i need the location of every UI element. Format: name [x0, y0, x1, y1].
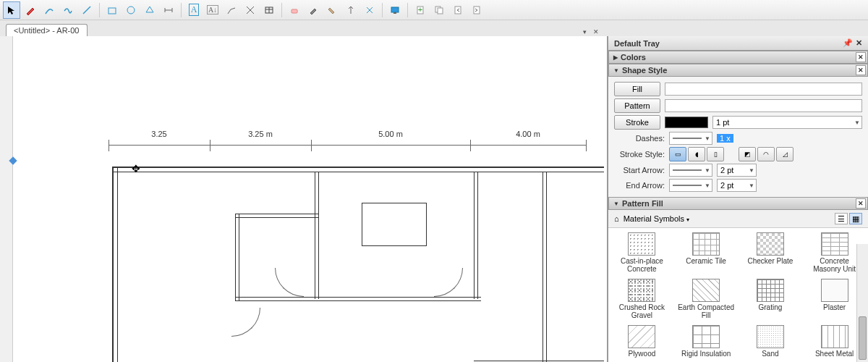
tray-titlebar: Default Tray 📌 ✕	[608, 36, 868, 51]
add-page-tool[interactable]: +	[412, 1, 429, 19]
paint-tool[interactable]	[323, 1, 341, 19]
stroke-width-combo[interactable]: 1 pt ▼	[712, 116, 862, 129]
fill-button[interactable]: Fill	[614, 82, 660, 96]
dropdown-icon: ▼	[705, 167, 710, 174]
svg-line-0	[83, 7, 90, 14]
callout-tool[interactable]	[223, 1, 240, 19]
join-style-miter[interactable]: ◩	[739, 147, 756, 161]
colors-panel-header[interactable]: ▶ Colors ✕	[608, 51, 868, 64]
toolbar-separator	[382, 3, 383, 17]
svg-rect-14	[391, 7, 399, 12]
wall	[474, 172, 478, 299]
start-arrow-combo[interactable]: ▼	[669, 164, 712, 177]
arc-tool[interactable]	[41, 1, 58, 19]
split-tool[interactable]	[342, 1, 359, 19]
polygon-tool[interactable]	[141, 1, 158, 19]
document-tabbar: <Untitled> - AR-00 ▾ ✕	[0, 20, 868, 36]
select-tool[interactable]	[3, 1, 20, 19]
start-arrow-size-combo[interactable]: 2 pt ▼	[717, 164, 757, 177]
prev-page-tool[interactable]	[449, 1, 467, 19]
screen-tool[interactable]	[386, 1, 404, 19]
panel-close-icon[interactable]: ✕	[856, 65, 866, 75]
pattern-item[interactable]: Cast-in-place Concrete	[611, 231, 673, 274]
dimension-tool[interactable]	[160, 1, 177, 19]
svg-rect-20	[455, 7, 461, 14]
dropdown-icon: ▼	[705, 182, 710, 189]
tab-dropdown-icon[interactable]: ▾	[580, 28, 589, 36]
dashes-combo[interactable]: ▼	[669, 132, 712, 145]
pattern-item[interactable]: Checker Plate	[740, 231, 801, 274]
dropdown-icon: ▾	[686, 216, 689, 223]
join-tool[interactable]	[361, 1, 378, 19]
curve-tool[interactable]	[59, 1, 77, 19]
pattern-item[interactable]: Grating	[740, 277, 801, 321]
pattern-swatch	[821, 279, 848, 302]
pattern-swatch	[628, 279, 655, 302]
dashes-value[interactable]: 1 x	[717, 134, 733, 143]
dropdown-icon: ▼	[749, 182, 754, 189]
pattern-item[interactable]: Earth Compacted Fill	[676, 277, 737, 321]
eyedropper-tool[interactable]	[305, 1, 322, 19]
svg-rect-19	[438, 8, 443, 14]
collapse-icon: ▼	[613, 201, 619, 207]
wall	[315, 172, 319, 299]
pin-icon[interactable]: 📌	[843, 38, 853, 48]
next-page-tool[interactable]	[468, 1, 485, 19]
copy-page-tool[interactable]	[430, 1, 448, 19]
stroke-style-square[interactable]: ▯	[707, 147, 724, 161]
pattern-scrollbar[interactable]	[856, 244, 868, 362]
stroke-button[interactable]: Stroke	[614, 115, 660, 130]
line-tool[interactable]	[78, 1, 95, 19]
pattern-swatch-field[interactable]	[665, 99, 862, 112]
pattern-category[interactable]: Material Symbols ▾	[624, 214, 689, 223]
dimension-value: 3.25	[151, 130, 166, 138]
dimension-line: 3.25 3.25 m 5.00 m 4.00 m	[109, 145, 586, 146]
pattern-swatch	[757, 279, 784, 302]
end-arrow-size-value: 2 pt	[720, 181, 733, 190]
collapse-icon: ▼	[613, 67, 619, 74]
wall	[235, 297, 481, 301]
panel-close-icon[interactable]: ✕	[856, 52, 866, 62]
home-icon[interactable]: ⌂	[614, 214, 619, 223]
tray-title-text: Default Tray	[614, 39, 660, 48]
stroke-style-round[interactable]: ◖	[688, 147, 705, 161]
list-view-icon[interactable]: ☰	[835, 213, 848, 224]
circle-tool[interactable]	[122, 1, 140, 19]
text-tool[interactable]: A	[185, 1, 203, 19]
end-arrow-size-combo[interactable]: 2 pt ▼	[717, 179, 757, 192]
panel-title: Pattern Fill	[622, 199, 663, 208]
table-tool[interactable]	[260, 1, 278, 19]
stroke-color-swatch[interactable]	[665, 117, 708, 128]
scrollbar-thumb[interactable]	[859, 316, 867, 360]
pattern-item[interactable]: Sand	[740, 324, 801, 362]
stroke-style-flat[interactable]: ▭	[669, 147, 686, 161]
pattern-item[interactable]: Crushed Rock Gravel	[611, 277, 673, 321]
tab-close-icon[interactable]: ✕	[592, 28, 600, 36]
leader-tool[interactable]	[242, 1, 259, 19]
pattern-button[interactable]: Pattern	[614, 98, 660, 113]
fill-swatch-field[interactable]	[665, 83, 862, 96]
end-arrow-label: End Arrow:	[614, 181, 665, 190]
ruler-marker-icon	[9, 156, 17, 164]
pattern-item[interactable]: Plywood	[611, 324, 673, 362]
label-tool[interactable]: A↓	[204, 1, 221, 19]
grid-view-icon[interactable]: ▦	[849, 213, 862, 224]
svg-rect-12	[292, 9, 297, 13]
pattern-item[interactable]: Rigid Insulation	[676, 324, 737, 362]
pattern-fill-panel-header[interactable]: ▼ Pattern Fill ✕	[608, 197, 868, 210]
drawing-canvas[interactable]: 3.25 3.25 m 5.00 m 4.00 m ✥	[0, 36, 608, 362]
pattern-item[interactable]: Ceramic Tile	[676, 231, 737, 274]
end-arrow-combo[interactable]: ▼	[669, 179, 712, 192]
panel-title: Colors	[621, 53, 646, 62]
svg-rect-21	[474, 7, 480, 14]
close-icon[interactable]: ✕	[856, 38, 862, 48]
panel-close-icon[interactable]: ✕	[856, 198, 866, 209]
document-tab[interactable]: <Untitled> - AR-00	[6, 24, 88, 36]
shape-style-panel-header[interactable]: ▼ Shape Style ✕	[608, 64, 868, 77]
eraser-tool[interactable]	[286, 1, 303, 19]
shape-tool[interactable]	[103, 1, 121, 19]
join-style-round[interactable]: ◠	[757, 147, 775, 161]
start-arrow-label: Start Arrow:	[614, 166, 665, 174]
pencil-tool[interactable]	[22, 1, 39, 19]
join-style-bevel[interactable]: ◿	[776, 147, 793, 161]
